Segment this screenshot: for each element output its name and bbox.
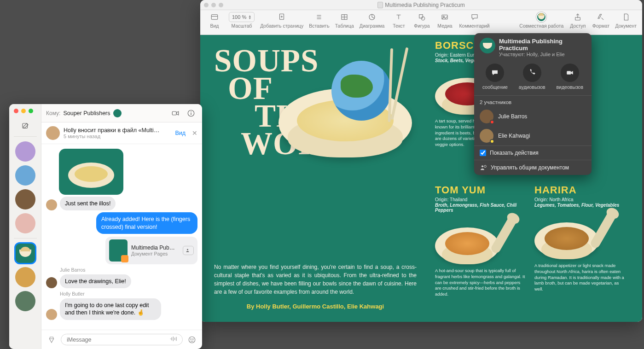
apps-button[interactable] xyxy=(46,334,57,345)
minimize-light[interactable] xyxy=(21,109,26,113)
avatar-icon xyxy=(480,129,493,143)
collab-audio-button[interactable]: аудиовызов xyxy=(519,64,545,90)
participant-row[interactable]: Julie Barros xyxy=(474,107,592,126)
view-icon xyxy=(209,12,220,22)
conversation-avatar[interactable] xyxy=(15,213,35,233)
collab-title: Multimedia Publishing Practicum xyxy=(499,38,586,52)
doc-description: No matter where you find yourself dining… xyxy=(214,263,417,296)
zoom-light[interactable] xyxy=(29,109,33,113)
table-icon xyxy=(338,12,350,22)
svg-point-27 xyxy=(187,249,188,250)
collab-video-button[interactable]: видеовызов xyxy=(557,64,584,90)
conversation-avatar[interactable] xyxy=(15,141,35,162)
incoming-bubble[interactable]: Just sent the illos! xyxy=(60,197,116,210)
tb-insert[interactable]: Вставить xyxy=(306,12,332,29)
media-icon xyxy=(439,12,451,22)
tb-shape[interactable]: Фигура xyxy=(410,12,433,29)
add-page-icon xyxy=(276,12,288,22)
svg-rect-19 xyxy=(567,71,571,75)
svg-point-29 xyxy=(191,338,191,339)
manage-document-button[interactable]: Управлять общим документом xyxy=(474,160,592,175)
collab-doc-avatar xyxy=(480,38,495,53)
dictation-icon[interactable] xyxy=(169,336,179,343)
document-attachment[interactable]: Multimedia Pub… Документ Pages xyxy=(105,237,197,264)
collab-popover: Multimedia Publishing Practicum Участвую… xyxy=(474,33,592,175)
messages-main: Кому: Souper Publishers Holly вносит пра… xyxy=(41,104,202,349)
close-light[interactable] xyxy=(14,109,18,113)
info-button[interactable] xyxy=(185,108,197,119)
phone-icon xyxy=(523,64,541,82)
avatar-icon xyxy=(46,309,57,320)
conversation-avatar[interactable] xyxy=(15,291,35,311)
svg-point-28 xyxy=(189,337,195,343)
message-thread[interactable]: Just sent the illos! Already added! Here… xyxy=(41,144,202,330)
gear-icon xyxy=(480,164,487,171)
tb-text[interactable]: Текст xyxy=(387,12,410,29)
tb-document[interactable]: Документ xyxy=(612,12,639,29)
tb-format[interactable]: Формат xyxy=(589,12,612,29)
format-icon xyxy=(595,12,607,22)
collaborators-icon[interactable] xyxy=(183,246,194,255)
outgoing-bubble[interactable]: Already added! Here is the (fingers cros… xyxy=(96,212,197,234)
message-text-field[interactable] xyxy=(67,337,169,343)
pages-doc-icon xyxy=(109,239,128,262)
svg-rect-0 xyxy=(211,15,218,20)
collab-avatar-icon xyxy=(536,12,546,22)
close-light[interactable] xyxy=(204,3,209,7)
chart-icon xyxy=(366,12,378,22)
tb-add-page[interactable]: Добавить страницу xyxy=(257,12,306,29)
recipient[interactable]: Souper Publishers xyxy=(63,110,110,116)
collab-message-button[interactable]: сообщение xyxy=(482,64,508,90)
tb-media[interactable]: Медиа xyxy=(433,12,456,29)
emoji-button[interactable] xyxy=(186,334,197,345)
sender-name: Julie Barros xyxy=(60,267,197,273)
zoom-light[interactable] xyxy=(219,3,223,7)
group-avatar-icon xyxy=(113,109,122,117)
svg-point-15 xyxy=(422,17,425,20)
tb-view[interactable]: Вид xyxy=(203,12,226,29)
tb-comment[interactable]: Комментарий xyxy=(456,12,492,29)
conversation-avatar[interactable] xyxy=(15,189,35,209)
participants-count: 2 участников xyxy=(474,96,592,107)
messages-window: Кому: Souper Publishers Holly вносит пра… xyxy=(9,104,202,349)
show-activity-toggle[interactable]: Показать действия xyxy=(474,146,592,160)
traffic-lights[interactable] xyxy=(13,107,33,117)
zoom-control: 100 % ▲▼ xyxy=(229,12,255,22)
traffic-lights[interactable] xyxy=(204,3,223,7)
avatar-icon xyxy=(46,199,57,210)
avatar-icon xyxy=(480,110,493,123)
conversation-avatar[interactable] xyxy=(15,267,35,287)
participant-name: Julie Barros xyxy=(498,113,527,120)
svg-point-30 xyxy=(193,338,194,339)
banner-close-button[interactable]: ✕ xyxy=(192,129,197,137)
message-input-bar xyxy=(41,330,202,349)
participant-row[interactable]: Elie Kahwagi xyxy=(474,126,592,145)
conversation-avatar[interactable] xyxy=(15,165,35,186)
avatar-icon xyxy=(46,126,60,140)
tb-zoom[interactable]: 100 % ▲▼ Масштаб xyxy=(226,12,257,29)
incoming-bubble[interactable]: I'm going to do one last copy edit and t… xyxy=(60,298,161,320)
sender-name: Holly Butler xyxy=(60,291,197,297)
svg-rect-26 xyxy=(191,113,191,115)
image-attachment[interactable] xyxy=(59,149,123,195)
activity-banner: Holly вносит правки в файл «Multimedia…»… xyxy=(41,122,202,144)
conversation-avatar-selected[interactable] xyxy=(15,243,35,263)
minimize-light[interactable] xyxy=(211,3,216,7)
banner-view-button[interactable]: Вид xyxy=(175,130,186,136)
tb-table[interactable]: Таблица xyxy=(332,12,357,29)
show-activity-checkbox[interactable] xyxy=(480,150,486,156)
svg-point-21 xyxy=(484,165,487,168)
facetime-button[interactable] xyxy=(169,108,182,119)
participant-name: Elie Kahwagi xyxy=(498,133,530,139)
collab-subtitle: Участвуют: Holly, Julie и Elie xyxy=(499,52,586,57)
tb-share[interactable]: Доступ xyxy=(566,12,589,29)
message-icon xyxy=(486,64,504,82)
video-icon xyxy=(561,64,579,82)
incoming-bubble[interactable]: Love the drawings, Elie! xyxy=(60,274,131,288)
comment-icon xyxy=(469,12,481,22)
messages-sidebar xyxy=(9,104,41,349)
message-input[interactable] xyxy=(61,334,183,345)
compose-button[interactable] xyxy=(20,121,31,132)
tb-collab[interactable]: Совместная работа xyxy=(516,12,566,29)
tb-chart[interactable]: Диаграмма xyxy=(357,12,388,29)
